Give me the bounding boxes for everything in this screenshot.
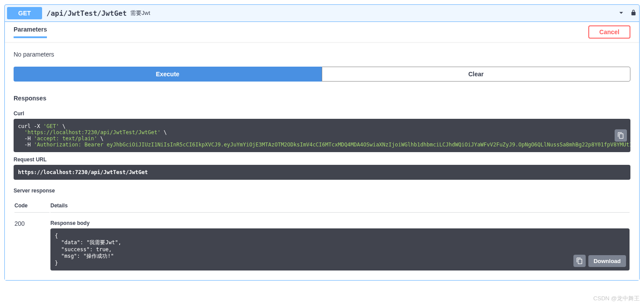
curl-label: Curl (14, 110, 630, 117)
http-method-badge: GET (7, 7, 42, 19)
response-table: Code Details 200 Response body { "data":… (14, 198, 630, 271)
server-response-label: Server response (14, 188, 630, 194)
download-area: Download (573, 255, 626, 267)
code-header: Code (14, 199, 50, 213)
responses-inner: Curl curl -X 'GET' \ 'https://localhost:… (5, 110, 639, 280)
response-body-label: Response body (50, 220, 630, 226)
parameters-body: No parameters (5, 42, 639, 67)
parameters-header: Parameters Cancel (5, 22, 639, 42)
endpoint-description: 需要Jwt (130, 9, 150, 17)
curl-code-block: curl -X 'GET' \ 'https://localhost:7230/… (14, 119, 630, 152)
cancel-button[interactable]: Cancel (588, 25, 630, 39)
request-url-block: https://localhost:7230/api/JwtTest/JwtGe… (14, 165, 630, 180)
operation-summary[interactable]: GET /api/JwtTest/JwtGet 需要Jwt (5, 5, 639, 22)
table-row: 200 Response body { "data": "我需要Jwt", "s… (14, 213, 630, 270)
operation-block: GET /api/JwtTest/JwtGet 需要Jwt Parameters… (4, 4, 640, 281)
response-body-block: { "data": "我需要Jwt", "success": true, "ms… (50, 228, 630, 270)
action-buttons: Execute Clear (5, 67, 639, 90)
download-button[interactable]: Download (588, 255, 626, 267)
execute-button[interactable]: Execute (14, 67, 322, 82)
lock-icon[interactable] (630, 9, 637, 18)
responses-header: Responses (5, 90, 639, 106)
chevron-down-icon[interactable] (617, 8, 626, 18)
endpoint-path: /api/JwtTest/JwtGet (46, 9, 127, 18)
parameters-tab[interactable]: Parameters (14, 26, 47, 38)
status-code: 200 (14, 213, 50, 270)
responses-title: Responses (14, 95, 630, 102)
details-header: Details (50, 199, 630, 213)
copy-curl-button[interactable] (615, 129, 627, 142)
summary-right-controls (617, 8, 637, 18)
operation-body: Parameters Cancel No parameters Execute … (5, 22, 639, 280)
request-url-label: Request URL (14, 157, 630, 163)
clear-button[interactable]: Clear (322, 67, 631, 82)
copy-response-button[interactable] (573, 255, 586, 267)
